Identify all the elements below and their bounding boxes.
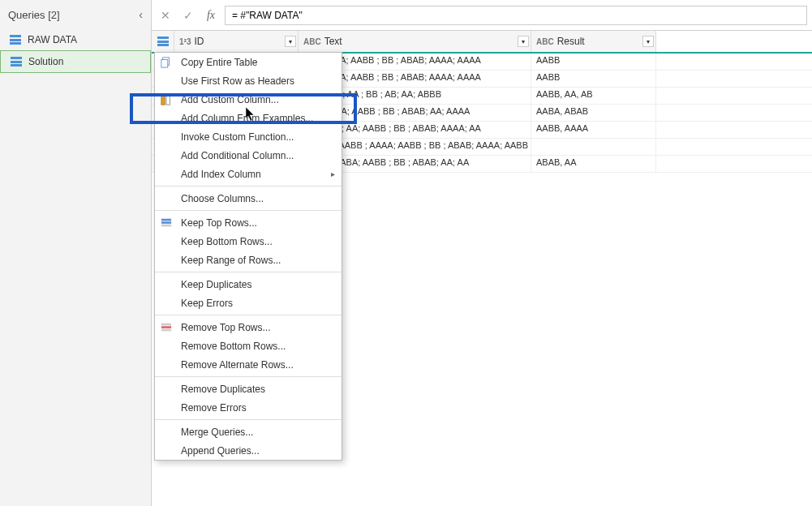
menu-item-label: Add Conditional Column...: [181, 150, 294, 161]
menu-item[interactable]: Add Conditional Column...: [155, 146, 342, 165]
column-header-result[interactable]: ABC Result ▾: [531, 31, 656, 52]
table-icon: [157, 36, 169, 46]
query-item-solution[interactable]: Solution: [0, 50, 151, 73]
menu-item[interactable]: Add Custom Column...: [155, 90, 342, 109]
cell-result[interactable]: AABB, AA, AB: [531, 88, 656, 104]
column-name: Result: [557, 36, 585, 47]
svg-rect-2: [161, 94, 165, 104]
column-name: ID: [194, 36, 204, 47]
menu-item-label: Add Custom Column...: [181, 94, 279, 105]
menu-item-label: Remove Errors: [181, 402, 247, 414]
cell-result[interactable]: AABB: [531, 71, 656, 87]
menu-separator: [155, 272, 342, 272]
svg-rect-8: [161, 326, 171, 328]
cancel-formula-icon[interactable]: ✕: [157, 6, 174, 24]
query-label: Solution: [28, 56, 63, 67]
menu-item-label: Append Queries...: [181, 445, 260, 457]
menu-item[interactable]: Merge Queries...: [155, 422, 342, 441]
menu-item[interactable]: Choose Columns...: [155, 189, 342, 208]
svg-rect-9: [161, 328, 171, 331]
table-context-menu: Copy Entire TableUse First Row as Header…: [154, 52, 342, 461]
chevron-right-icon: ▸: [331, 169, 335, 178]
queries-sidebar: Queries [2] ‹ RAW DATA Solution: [0, 0, 152, 506]
svg-rect-7: [161, 323, 171, 325]
remove-rows-icon: [160, 321, 173, 334]
menu-item[interactable]: Use First Row as Headers: [155, 71, 342, 90]
text-type-icon: ABC: [536, 37, 554, 46]
menu-item[interactable]: Invoke Custom Function...: [155, 127, 342, 146]
menu-separator: [155, 315, 342, 315]
grid-corner[interactable]: [152, 31, 174, 52]
filter-dropdown-icon[interactable]: ▾: [518, 36, 529, 47]
menu-item-label: Add Index Column: [181, 169, 261, 180]
column-header-id[interactable]: 1²3 ID ▾: [174, 31, 299, 52]
filter-dropdown-icon[interactable]: ▾: [642, 36, 654, 47]
custom-col-icon: [160, 93, 173, 106]
queries-title: Queries [2]: [8, 9, 60, 21]
column-header-text[interactable]: ABC Text ▾: [299, 31, 531, 52]
menu-item[interactable]: Copy Entire Table: [155, 53, 342, 71]
cell-result[interactable]: AABA, ABAB: [531, 105, 656, 121]
menu-item[interactable]: Remove Top Rows...: [155, 318, 342, 337]
menu-item-label: Remove Top Rows...: [181, 322, 271, 333]
query-item-raw-data[interactable]: RAW DATA: [0, 29, 151, 50]
menu-item-label: Keep Range of Rows...: [181, 255, 281, 266]
menu-item[interactable]: Keep Range of Rows...: [155, 251, 342, 269]
table-icon: [11, 57, 22, 66]
menu-item-label: Add Column From Examples...: [181, 113, 313, 124]
menu-item-label: Keep Bottom Rows...: [181, 236, 273, 247]
fx-icon[interactable]: fx: [202, 6, 220, 24]
menu-item-label: Keep Duplicates: [181, 279, 251, 290]
svg-rect-1: [161, 59, 168, 67]
menu-item[interactable]: Keep Bottom Rows...: [155, 232, 342, 251]
collapse-icon[interactable]: ‹: [139, 8, 143, 21]
menu-item[interactable]: Remove Alternate Rows...: [155, 355, 342, 374]
column-name: Text: [324, 36, 342, 47]
formula-input[interactable]: [225, 6, 807, 25]
menu-item[interactable]: Add Index Column▸: [155, 165, 342, 183]
menu-item[interactable]: Keep Duplicates: [155, 275, 342, 294]
menu-item-label: Remove Duplicates: [181, 384, 265, 395]
keep-rows-icon: [160, 217, 173, 229]
menu-item-label: Invoke Custom Function...: [181, 131, 294, 143]
menu-item[interactable]: Keep Top Rows...: [155, 213, 342, 232]
menu-item-label: Merge Queries...: [181, 427, 253, 438]
menu-separator: [155, 210, 342, 211]
menu-separator: [155, 186, 342, 187]
menu-separator: [155, 376, 342, 377]
svg-rect-3: [166, 94, 170, 104]
filter-dropdown-icon[interactable]: ▾: [285, 36, 296, 47]
formula-bar: ✕ ✓ fx: [152, 0, 812, 31]
menu-item[interactable]: Remove Bottom Rows...: [155, 337, 342, 355]
grid-header: 1²3 ID ▾ ABC Text ▾ ABC Result ▾: [152, 31, 812, 54]
cell-result[interactable]: [531, 139, 656, 155]
menu-item-label: Remove Bottom Rows...: [181, 341, 286, 352]
svg-rect-6: [161, 224, 171, 226]
menu-item[interactable]: Remove Duplicates: [155, 380, 342, 398]
menu-item-label: Remove Alternate Rows...: [181, 359, 294, 371]
menu-item[interactable]: Add Column From Examples...: [155, 109, 342, 127]
menu-item[interactable]: Keep Errors: [155, 294, 342, 312]
menu-item-label: Keep Top Rows...: [181, 217, 257, 229]
table-icon: [10, 35, 21, 45]
sidebar-header: Queries [2] ‹: [0, 0, 151, 29]
menu-separator: [155, 419, 342, 420]
number-type-icon: 1²3: [179, 37, 191, 46]
menu-item-label: Copy Entire Table: [181, 57, 258, 68]
menu-item[interactable]: Remove Errors: [155, 398, 342, 417]
copy-icon: [160, 56, 173, 69]
cell-result[interactable]: ABAB, AA: [531, 156, 656, 172]
text-type-icon: ABC: [303, 37, 321, 46]
menu-item-label: Use First Row as Headers: [181, 75, 294, 87]
menu-item-label: Keep Errors: [181, 298, 233, 309]
svg-rect-5: [161, 221, 171, 224]
cell-result[interactable]: AABB, AAAA: [531, 122, 656, 138]
svg-rect-4: [161, 218, 171, 221]
query-label: RAW DATA: [28, 34, 77, 45]
menu-item-label: Choose Columns...: [181, 193, 264, 204]
accept-formula-icon[interactable]: ✓: [179, 6, 197, 24]
cell-result[interactable]: AABB: [531, 54, 656, 70]
menu-item[interactable]: Append Queries...: [155, 441, 342, 460]
